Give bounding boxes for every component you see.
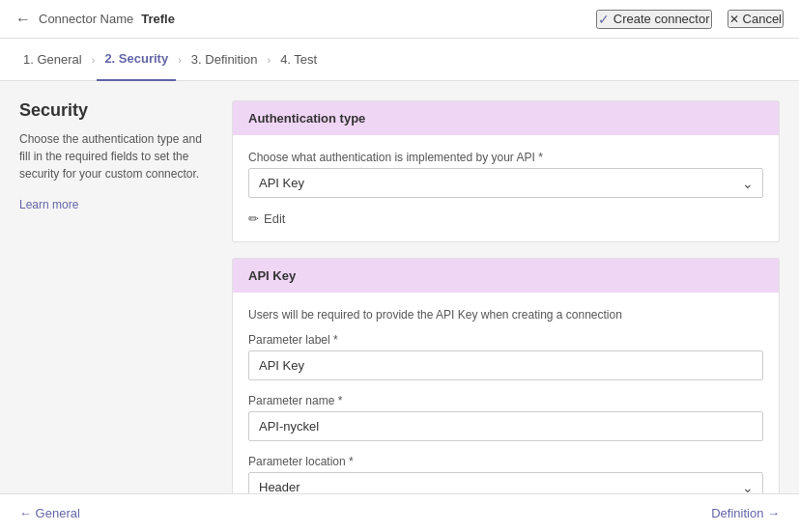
main-content: Security Choose the authentication type …	[0, 81, 799, 493]
chevron-icon-2: ›	[176, 54, 184, 66]
auth-edit-label: Edit	[264, 211, 285, 226]
connector-name-value: Trefle	[141, 12, 175, 26]
chevron-icon-3: ›	[265, 54, 272, 66]
param-name-group: Parameter name *	[248, 394, 763, 441]
param-name-input[interactable]	[248, 411, 763, 441]
auth-type-card-header: Authentication type	[233, 101, 779, 135]
create-connector-label: Create connector	[614, 12, 710, 26]
param-name-label: Parameter name *	[248, 394, 763, 407]
step-definition-label: 3. Definition	[191, 52, 258, 67]
top-bar: ← Connector Name Trefle ✓ Create connect…	[0, 0, 799, 39]
back-to-general-button[interactable]: ← General	[19, 506, 80, 520]
step-test[interactable]: 4. Test	[272, 52, 325, 67]
auth-type-card-body: Choose what authentication is implemente…	[233, 135, 779, 241]
apikey-card-body: Users will be required to provide the AP…	[233, 293, 779, 493]
auth-edit-button[interactable]: ✏ Edit	[248, 211, 285, 226]
next-to-definition-button[interactable]: Definition →	[711, 506, 780, 520]
auth-select-label: Choose what authentication is implemente…	[248, 151, 763, 164]
param-label-input[interactable]	[248, 350, 763, 380]
bottom-bar: ← General Definition →	[0, 493, 799, 532]
step-general[interactable]: 1. General	[15, 52, 90, 67]
auth-type-form-group: Choose what authentication is implemente…	[248, 151, 763, 198]
step-test-label: 4. Test	[280, 52, 317, 67]
left-panel-description: Choose the authentication type and fill …	[19, 130, 213, 182]
cancel-button[interactable]: ✕ Cancel	[728, 10, 784, 28]
apikey-description: Users will be required to provide the AP…	[248, 308, 763, 322]
apikey-card: API Key Users will be required to provid…	[232, 258, 780, 493]
auth-type-card: Authentication type Choose what authenti…	[232, 100, 780, 242]
create-connector-button[interactable]: ✓ Create connector	[596, 10, 712, 29]
left-panel: Security Choose the authentication type …	[19, 100, 213, 493]
top-bar-right: ✓ Create connector ✕ Cancel	[596, 10, 784, 29]
param-label-label: Parameter label *	[248, 333, 763, 347]
next-to-definition-label: Definition →	[711, 506, 780, 520]
check-icon: ✓	[598, 12, 610, 27]
auth-select-wrapper: No authentication API Key Basic authenti…	[248, 168, 763, 198]
chevron-icon-1: ›	[90, 54, 98, 66]
param-location-group: Parameter location * Header Query ⌄	[248, 455, 763, 493]
x-icon: ✕	[729, 13, 739, 26]
apikey-card-header: API Key	[233, 259, 779, 293]
param-label-group: Parameter label *	[248, 333, 763, 380]
left-panel-title: Security	[19, 100, 213, 121]
step-security[interactable]: 2. Security	[97, 39, 176, 81]
back-to-general-label: ← General	[19, 506, 80, 520]
connector-name-label: Connector Name	[39, 12, 133, 26]
step-general-label: 1. General	[23, 52, 82, 67]
cancel-label: Cancel	[743, 12, 782, 26]
step-definition[interactable]: 3. Definition	[184, 52, 266, 67]
back-arrow-icon[interactable]: ←	[15, 11, 31, 28]
param-location-select-wrapper: Header Query ⌄	[248, 472, 763, 493]
param-location-select[interactable]: Header Query	[248, 472, 763, 493]
param-location-label: Parameter location *	[248, 455, 763, 468]
stepper: 1. General › 2. Security › 3. Definition…	[0, 39, 799, 81]
right-panel: Authentication type Choose what authenti…	[232, 100, 780, 493]
auth-type-select[interactable]: No authentication API Key Basic authenti…	[248, 168, 763, 198]
learn-more-link[interactable]: Learn more	[19, 198, 78, 211]
auth-edit-icon: ✏	[248, 211, 259, 226]
step-security-label: 2. Security	[104, 51, 168, 66]
top-bar-left: ← Connector Name Trefle	[15, 11, 175, 28]
